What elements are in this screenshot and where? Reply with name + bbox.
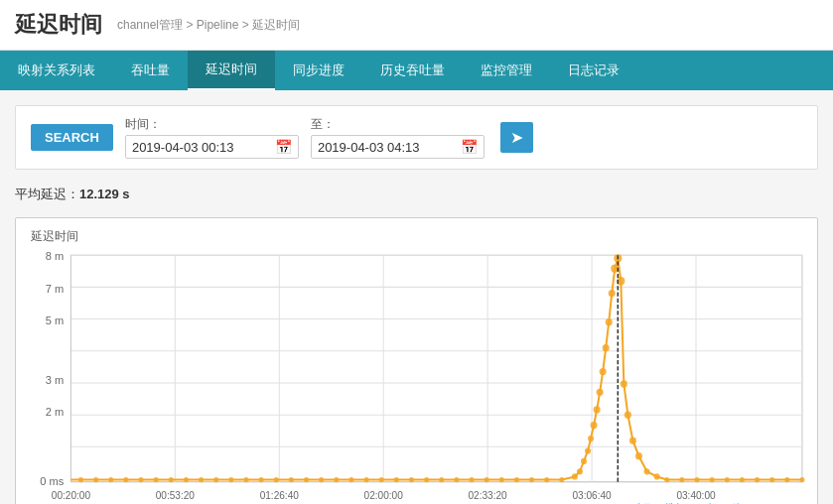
avg-delay-bar: 平均延迟：12.129 s (15, 182, 818, 207)
svg-text:03:06:40: 03:06:40 (572, 490, 612, 501)
svg-text:02:00:00: 02:00:00 (364, 490, 404, 501)
chart-title: 延迟时间 (26, 228, 807, 245)
main-content: SEARCH 时间： 📅 至： 📅 ➤ 平均延迟：12.129 s 延迟时间 (0, 90, 833, 504)
calendar-from-icon[interactable]: 📅 (275, 139, 292, 155)
breadcrumb: channel管理 > Pipeline > 延迟时间 (117, 17, 300, 34)
breadcrumb-current: 延迟时间 (252, 18, 300, 32)
svg-text:00:20:00: 00:20:00 (52, 490, 91, 501)
time-to-label: 至： (311, 116, 485, 133)
breadcrumb-channel: channel管理 (117, 18, 183, 32)
avg-delay-label: 平均延迟： (15, 187, 79, 201)
nav-item-latency[interactable]: 延迟时间 (188, 51, 275, 90)
go-button[interactable]: ➤ (500, 122, 533, 153)
page-header: 延迟时间 channel管理 > Pipeline > 延迟时间 (0, 0, 833, 51)
breadcrumb-pipeline: Pipeline (197, 18, 239, 32)
chart-svg: 8 m 7 m 5 m 3 m 2 m 0 ms 00:20:00 00:53:… (26, 250, 807, 504)
svg-text:8 m: 8 m (46, 250, 64, 262)
page-title: 延迟时间 (15, 10, 102, 40)
search-button[interactable]: SEARCH (31, 124, 113, 151)
nav-item-monitor[interactable]: 监控管理 (463, 52, 550, 89)
time-to-group: 至： 📅 (311, 116, 485, 159)
svg-text:2 m: 2 m (46, 406, 64, 418)
chart-container: 延迟时间 (15, 217, 818, 504)
chart-area: 8 m 7 m 5 m 3 m 2 m 0 ms 00:20:00 00:53:… (26, 250, 807, 504)
time-from-input[interactable] (132, 140, 271, 155)
time-from-label: 时间： (125, 116, 299, 133)
svg-text:01:26:40: 01:26:40 (260, 490, 300, 501)
calendar-to-icon[interactable]: 📅 (461, 139, 478, 155)
svg-text:0 ms: 0 ms (40, 475, 64, 487)
time-from-input-wrap: 📅 (125, 135, 299, 159)
time-from-group: 时间： 📅 (125, 116, 299, 159)
svg-text:03:40:00: 03:40:00 (676, 490, 716, 501)
nav-item-throughput[interactable]: 吞吐量 (113, 52, 188, 89)
nav-item-history[interactable]: 历史吞吐量 (362, 52, 463, 89)
svg-rect-0 (70, 255, 802, 481)
svg-text:02:33:20: 02:33:20 (469, 490, 508, 501)
svg-text:7 m: 7 m (46, 282, 64, 294)
nav-item-mapping[interactable]: 映射关系列表 (0, 52, 113, 89)
nav-item-sync[interactable]: 同步进度 (275, 52, 362, 89)
time-to-input-wrap: 📅 (311, 135, 485, 159)
svg-text:00:53:20: 00:53:20 (156, 490, 196, 501)
avg-delay-value: 12.129 s (79, 187, 130, 201)
nav-item-log[interactable]: 日志记录 (550, 52, 637, 89)
time-to-input[interactable] (318, 140, 457, 155)
svg-text:3 m: 3 m (46, 374, 64, 386)
nav-bar: 映射关系列表 吞吐量 延迟时间 同步进度 历史吞吐量 监控管理 日志记录 (0, 51, 833, 90)
svg-text:5 m: 5 m (46, 315, 64, 326)
search-bar: SEARCH 时间： 📅 至： 📅 ➤ (15, 105, 818, 170)
